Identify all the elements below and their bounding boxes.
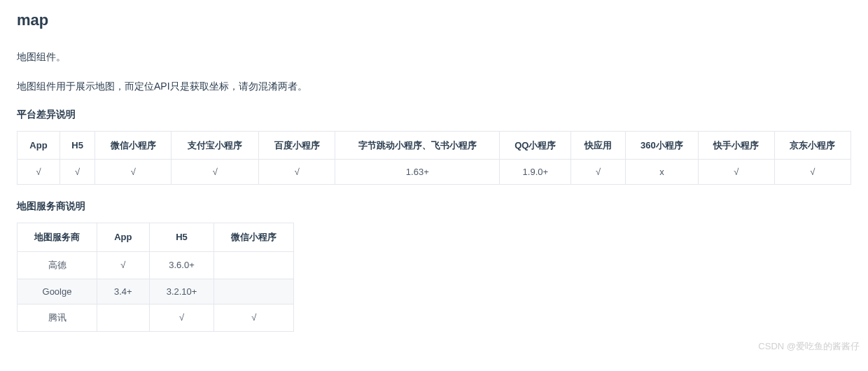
table-header-cell: App (18, 131, 60, 160)
map-provider-table: 地图服务商 App H5 微信小程序 高德 √ 3.6.0+ Goolge 3.… (17, 223, 294, 332)
table-header-row: 地图服务商 App H5 微信小程序 (18, 223, 294, 252)
table-cell: √ (149, 304, 214, 331)
table-header-cell: 微信小程序 (214, 223, 294, 252)
table-header-cell: 支付宝小程序 (172, 131, 259, 160)
table-header-cell: 快应用 (571, 131, 626, 160)
section-heading-platform-diff: 平台差异说明 (17, 108, 851, 121)
table-cell: √ (259, 160, 335, 185)
table-header-row: App H5 微信小程序 支付宝小程序 百度小程序 字节跳动小程序、飞书小程序 … (18, 131, 851, 160)
table-cell: 1.63+ (335, 160, 500, 185)
table-cell: √ (698, 160, 774, 185)
table-row: 腾讯 √ √ (18, 304, 294, 331)
platform-diff-table: App H5 微信小程序 支付宝小程序 百度小程序 字节跳动小程序、飞书小程序 … (17, 131, 851, 186)
table-cell (97, 304, 150, 331)
page-title: map (17, 11, 851, 29)
table-cell: x (625, 160, 698, 185)
table-cell: Goolge (18, 279, 97, 304)
table-cell: 1.9.0+ (500, 160, 571, 185)
table-cell: √ (59, 160, 94, 185)
table-cell: 3.6.0+ (149, 251, 214, 279)
table-cell: √ (97, 251, 150, 279)
table-header-cell: 百度小程序 (259, 131, 335, 160)
table-header-cell: H5 (59, 131, 94, 160)
table-cell: √ (18, 160, 60, 185)
section-heading-map-providers: 地图服务商说明 (17, 200, 851, 213)
table-cell: √ (571, 160, 626, 185)
table-cell (214, 251, 294, 279)
table-header-cell: 字节跳动小程序、飞书小程序 (335, 131, 500, 160)
table-cell: √ (214, 304, 294, 331)
table-cell: √ (774, 160, 850, 185)
table-header-cell: 微信小程序 (95, 131, 172, 160)
table-header-cell: 快手小程序 (698, 131, 774, 160)
intro-paragraph-2: 地图组件用于展示地图，而定位API只是获取坐标，请勿混淆两者。 (17, 78, 851, 94)
table-cell: 腾讯 (18, 304, 97, 331)
table-header-cell: 地图服务商 (18, 223, 97, 252)
table-cell: 3.2.10+ (149, 279, 214, 304)
table-row: √ √ √ √ √ 1.63+ 1.9.0+ √ x √ √ (18, 160, 851, 185)
table-row: Goolge 3.4+ 3.2.10+ (18, 279, 294, 304)
table-cell: 3.4+ (97, 279, 150, 304)
table-header-cell: QQ小程序 (500, 131, 571, 160)
intro-paragraph-1: 地图组件。 (17, 49, 851, 64)
table-row: 高德 √ 3.6.0+ (18, 251, 294, 279)
table-header-cell: 360小程序 (625, 131, 698, 160)
table-cell: √ (172, 160, 259, 185)
table-header-cell: H5 (149, 223, 214, 252)
table-cell (214, 279, 294, 304)
table-header-cell: 京东小程序 (774, 131, 850, 160)
watermark-text: CSDN @爱吃鱼的酱酱仔 (758, 340, 860, 353)
table-cell: √ (95, 160, 172, 185)
table-cell: 高德 (18, 251, 97, 279)
table-header-cell: App (97, 223, 150, 252)
